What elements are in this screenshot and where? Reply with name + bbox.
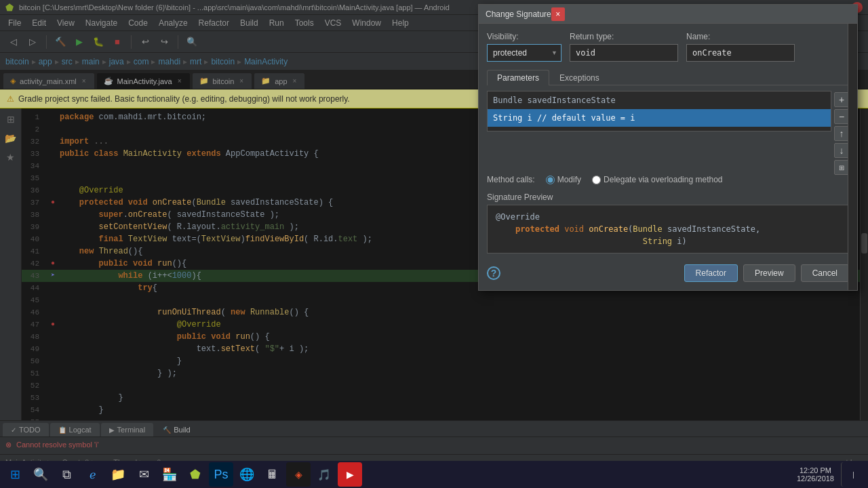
taskbar-appx1[interactable]: ◈ <box>286 462 311 487</box>
remove-param-btn[interactable]: − <box>834 109 849 124</box>
visibility-label: Visibility: <box>487 32 561 41</box>
dialog-tabs: Parameters Exceptions <box>487 70 849 85</box>
method-calls-delegate[interactable]: Delegate via overloading method <box>592 175 722 184</box>
dialog-title: Change Signature <box>486 9 551 19</box>
signature-preview-box: @Override protected void onCreate(Bundle… <box>487 205 849 253</box>
return-type-label: Return type: <box>570 32 678 41</box>
sig-line-2: protected void onCreate(Bundle savedInst… <box>496 223 840 235</box>
param-row-1[interactable]: Bundle savedInstanceState <box>488 92 831 109</box>
cancel-btn[interactable]: Cancel <box>801 264 849 282</box>
propagate-btn[interactable]: ⊞ <box>834 160 849 175</box>
refactor-btn[interactable]: Refactor <box>684 264 738 282</box>
change-signature-dialog: Change Signature × Visibility: public pr… <box>478 4 858 291</box>
taskbar-task-view[interactable]: ⧉ <box>54 462 79 487</box>
dialog-buttons: ? Refactor Preview Cancel <box>487 262 849 282</box>
start-button[interactable]: ⊞ <box>3 462 27 487</box>
tab-exceptions[interactable]: Exceptions <box>549 70 610 85</box>
sig-line-3: String i) <box>496 235 840 247</box>
taskbar-appx2[interactable]: 🎵 <box>312 462 336 487</box>
name-field: Name: <box>686 32 795 62</box>
signature-preview-section: Signature Preview @Override protected vo… <box>487 192 849 253</box>
taskbar-explorer[interactable]: 📁 <box>106 462 130 487</box>
taskbar: ⊞ 🔍 ⧉ ℯ 📁 ✉ 🏪 ⬟ Ps 🌐 🖩 ◈ 🎵 ▶ 12:20 PM 12… <box>0 461 868 488</box>
taskbar-ps[interactable]: Ps <box>209 462 233 487</box>
taskbar-store[interactable]: 🏪 <box>157 462 182 487</box>
return-type-input[interactable] <box>570 44 678 62</box>
name-input[interactable] <box>686 44 795 62</box>
visibility-field: Visibility: public protected private pac… <box>487 32 561 62</box>
dialog-scrollbar[interactable] <box>848 24 857 290</box>
preview-btn[interactable]: Preview <box>743 264 795 282</box>
show-desktop-btn[interactable]: | <box>841 462 865 487</box>
method-calls-modify[interactable]: Modify <box>546 175 581 184</box>
visibility-select[interactable]: public protected private package-private <box>487 44 561 62</box>
visibility-select-wrapper: public protected private package-private <box>487 44 561 62</box>
signature-preview-label: Signature Preview <box>487 192 849 202</box>
taskbar-mail[interactable]: ✉ <box>132 462 156 487</box>
add-param-btn[interactable]: + <box>834 92 849 107</box>
dialog-body: Visibility: public protected private pac… <box>479 24 857 290</box>
params-controls: + − ↑ ↓ ⊞ <box>834 91 849 175</box>
params-table: Bundle savedInstanceState String i // de… <box>487 91 831 131</box>
return-type-field: Return type: <box>570 32 678 62</box>
param-row-2[interactable]: String i // default value = i <box>488 109 831 127</box>
method-calls: Method calls: Modify Delegate via overlo… <box>487 175 849 184</box>
move-up-btn[interactable]: ↑ <box>834 126 849 141</box>
name-label: Name: <box>686 32 795 41</box>
taskbar-appx3[interactable]: ▶ <box>338 462 362 487</box>
dialog-close-btn[interactable]: × <box>551 7 565 21</box>
parameters-section: Bundle savedInstanceState String i // de… <box>487 91 849 175</box>
dialog-title-bar: Change Signature × <box>479 5 857 24</box>
help-btn[interactable]: ? <box>487 266 500 280</box>
sig-line-1: @Override <box>496 211 840 223</box>
taskbar-chrome[interactable]: 🌐 <box>235 462 259 487</box>
dialog-fields: Visibility: public protected private pac… <box>487 32 849 62</box>
method-calls-label: Method calls: <box>487 175 535 184</box>
taskbar-search[interactable]: 🔍 <box>28 462 53 487</box>
move-down-btn[interactable]: ↓ <box>834 143 849 158</box>
taskbar-edge[interactable]: ℯ <box>80 462 104 487</box>
taskbar-android-studio[interactable]: ⬟ <box>183 462 208 487</box>
taskbar-calc[interactable]: 🖩 <box>260 462 285 487</box>
taskbar-clock: 12:20 PM 12/26/2018 <box>797 466 840 483</box>
parameters-list: Bundle savedInstanceState String i // de… <box>487 91 831 175</box>
tab-parameters[interactable]: Parameters <box>487 70 549 85</box>
